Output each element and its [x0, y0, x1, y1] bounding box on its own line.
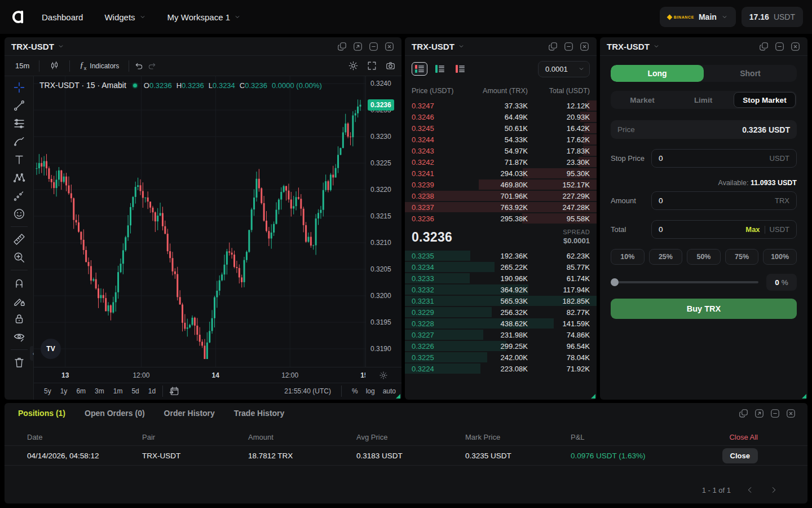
tab-order-history[interactable]: Order History — [164, 409, 215, 418]
buy-button[interactable]: Buy TRX — [611, 299, 797, 319]
orderbook-row-bid[interactable]: 0.3225242.00K78.04K — [405, 352, 597, 363]
orderbook-row-bid[interactable]: 0.3224223.08K71.92K — [405, 363, 597, 374]
chart-settings-icon[interactable] — [348, 60, 359, 71]
redo-icon[interactable] — [147, 60, 157, 71]
nav-dashboard[interactable]: Dashboard — [42, 12, 83, 22]
orderbook-row-ask[interactable]: 0.324354.97K17.83K — [405, 145, 597, 156]
percent-button-25[interactable]: 25% — [649, 249, 683, 265]
orderbook-row-bid[interactable]: 0.3227231.98K74.86K — [405, 329, 597, 340]
tab-open-orders-0[interactable]: Open Orders (0) — [85, 409, 145, 418]
range-button-1m[interactable]: 1m — [109, 386, 127, 397]
fib-retracement-tool-icon[interactable] — [12, 117, 26, 130]
chart-clock[interactable]: 21:55:40 (UTC) — [284, 387, 331, 395]
range-button-6m[interactable]: 6m — [72, 386, 90, 397]
prev-page-icon[interactable] — [745, 485, 754, 494]
measure-tool-icon[interactable] — [12, 233, 26, 246]
close-panel-icon[interactable] — [384, 41, 395, 52]
tab-stop-market[interactable]: Stop Market — [734, 92, 796, 108]
app-logo-icon[interactable] — [9, 7, 28, 27]
orderbook-row-ask[interactable]: 0.324271.87K23.30K — [405, 156, 597, 168]
interval-button[interactable]: 15m — [10, 59, 34, 72]
orderbook-row-bid[interactable]: 0.3233190.96K61.74K — [405, 273, 597, 284]
lock-tool-icon[interactable] — [12, 312, 26, 326]
minimize-panel-icon[interactable] — [774, 41, 785, 52]
axis-mode-%[interactable]: % — [352, 387, 358, 395]
chart-symbol-selector[interactable]: TRX-USDT — [11, 42, 64, 51]
orderbook-row-ask[interactable]: 0.324664.49K20.93K — [405, 111, 597, 122]
range-button-1d[interactable]: 1d — [144, 386, 160, 397]
stop-price-input[interactable]: 0 USDT — [651, 149, 797, 168]
price-grouping-select[interactable]: 0.0001 — [538, 61, 590, 77]
range-button-5d[interactable]: 5d — [127, 386, 143, 397]
candle-style-button[interactable] — [44, 58, 65, 73]
orderbook-view-bids-button[interactable] — [432, 62, 448, 76]
orderbook-row-ask[interactable]: 0.3238701.96K227.29K — [405, 190, 597, 202]
go-to-date-icon[interactable] — [169, 386, 180, 397]
candlestick-chart[interactable]: TRX-USDT · 15 · Amabit O0.3236 H0.3236 L… — [34, 76, 365, 367]
orderbook-symbol-selector[interactable]: TRX-USDT — [412, 42, 465, 51]
minimize-panel-icon[interactable] — [368, 41, 379, 52]
pattern-tool-icon[interactable] — [12, 171, 26, 185]
orderbook-row-ask[interactable]: 0.324737.33K12.12K — [405, 100, 597, 111]
lock-drawings-tool-icon[interactable] — [12, 294, 26, 308]
orderbook-row-ask[interactable]: 0.324550.61K16.42K — [405, 122, 597, 134]
orderbook-row-bid[interactable]: 0.3235192.36K62.23K — [405, 250, 597, 261]
orderbook-row-bid[interactable]: 0.3232364.92K117.94K — [405, 284, 597, 295]
indicators-button[interactable]: ƒx Indicators — [74, 58, 124, 73]
close-position-button[interactable]: Close — [722, 448, 758, 463]
orderbook-view-asks-button[interactable] — [452, 62, 468, 76]
undo-icon[interactable] — [134, 60, 144, 71]
axis-settings-icon[interactable] — [379, 371, 388, 380]
zoom-in-tool-icon[interactable] — [12, 251, 26, 264]
max-button[interactable]: Max — [745, 225, 760, 234]
orderbook-row-ask[interactable]: 0.324454.33K17.62K — [405, 134, 597, 145]
percent-button-75[interactable]: 75% — [725, 249, 759, 265]
tab-trade-history[interactable]: Trade History — [234, 409, 284, 418]
slider-thumb[interactable] — [611, 278, 619, 286]
range-button-1y[interactable]: 1y — [56, 386, 72, 397]
expand-panel-icon[interactable] — [352, 41, 363, 52]
total-input[interactable]: 0 Max USDT — [651, 220, 797, 239]
orderbook-row-bid[interactable]: 0.3234265.22K85.77K — [405, 261, 597, 273]
percent-button-50[interactable]: 50% — [687, 249, 721, 265]
range-button-3m[interactable]: 3m — [90, 386, 109, 397]
close-panel-icon[interactable] — [785, 408, 796, 419]
orderbook-row-bid[interactable]: 0.3229256.32K82.77K — [405, 306, 597, 318]
order-form-symbol-selector[interactable]: TRX-USDT — [607, 42, 660, 51]
tab-limit[interactable]: Limit — [673, 92, 734, 108]
orderbook-row-bid[interactable]: 0.3231565.93K182.85K — [405, 295, 597, 306]
duplicate-panel-icon[interactable] — [758, 41, 769, 52]
close-all-button[interactable]: Close All — [683, 433, 807, 441]
brush-tool-icon[interactable] — [12, 135, 26, 148]
price-axis[interactable]: 0.3236 0.32400.32350.32300.32250.32200.3… — [365, 76, 401, 367]
tab-market[interactable]: Market — [612, 92, 673, 108]
close-panel-icon[interactable] — [790, 41, 801, 52]
forecast-tool-icon[interactable] — [12, 189, 26, 203]
range-button-5y[interactable]: 5y — [39, 386, 56, 397]
minimize-panel-icon[interactable] — [563, 41, 574, 52]
percent-button-100[interactable]: 100% — [763, 249, 797, 265]
tab-positions-1[interactable]: Positions (1) — [18, 409, 65, 418]
axis-mode-log[interactable]: log — [366, 387, 375, 395]
orderbook-row-ask[interactable]: 0.3236295.38K95.58K — [405, 213, 597, 224]
orderbook-view-both-button[interactable] — [412, 62, 427, 76]
next-page-icon[interactable] — [769, 485, 778, 494]
orderbook-row-ask[interactable]: 0.3237763.92K247.28K — [405, 202, 597, 213]
nav-workspace[interactable]: My Workspace 1 — [167, 12, 241, 22]
tab-short[interactable]: Short — [704, 65, 797, 82]
text-tool-icon[interactable] — [12, 153, 26, 167]
emoji-tool-icon[interactable] — [12, 207, 26, 221]
expand-panel-icon[interactable] — [754, 408, 765, 419]
close-panel-icon[interactable] — [579, 41, 590, 52]
nav-widgets[interactable]: Widgets — [104, 12, 145, 22]
fullscreen-icon[interactable] — [367, 60, 377, 71]
orderbook-row-ask[interactable]: 0.3239469.80K152.17K — [405, 179, 597, 190]
duplicate-panel-icon[interactable] — [337, 41, 347, 52]
trendline-tool-icon[interactable] — [12, 99, 26, 112]
crosshair-tool-icon[interactable] — [12, 81, 26, 94]
hide-drawings-tool-icon[interactable] — [12, 330, 26, 344]
axis-mode-auto[interactable]: auto — [383, 387, 396, 395]
tradingview-logo[interactable]: TV — [41, 339, 61, 359]
screenshot-icon[interactable] — [385, 60, 396, 71]
remove-drawings-tool-icon[interactable] — [12, 356, 26, 369]
